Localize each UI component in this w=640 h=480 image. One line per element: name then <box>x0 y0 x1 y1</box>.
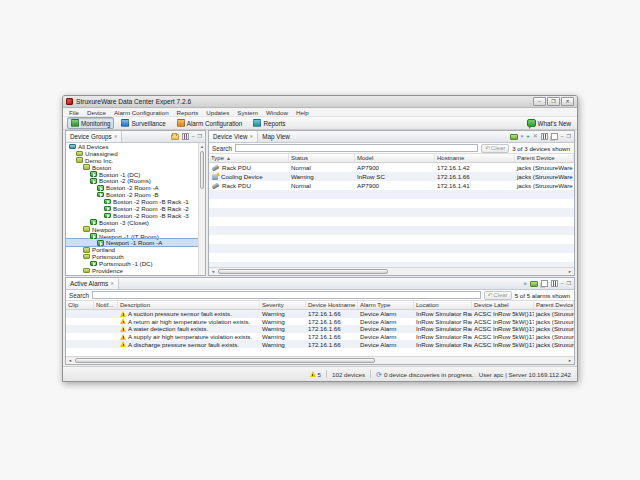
tree-vertical-scrollbar[interactable]: ▲ <box>198 143 205 275</box>
chart-icon[interactable] <box>541 133 548 140</box>
whats-new-button[interactable]: What's New <box>527 119 573 127</box>
column-hostname[interactable]: Hostname <box>435 154 515 162</box>
tree-item-north-andover[interactable]: North Andover <box>66 274 198 275</box>
title-bar[interactable]: StruxureWare Data Center Expert 7.2.6 – … <box>63 96 577 108</box>
maximize-panel-icon[interactable]: ❐ <box>198 133 202 140</box>
collapse-all-icon[interactable]: « <box>523 280 526 287</box>
device-search-row: Search ↶ Clear 3 of 3 devices shown <box>209 143 574 154</box>
tree-item-newport-1-it-room[interactable]: Newport -1 (IT Room) <box>66 233 198 240</box>
column-parent-device[interactable]: Parent Device <box>515 154 574 162</box>
menu-reports[interactable]: Reports <box>173 109 203 116</box>
export-copy-icon[interactable] <box>541 280 548 287</box>
menu-system[interactable]: System <box>233 109 262 116</box>
add-device-icon[interactable]: + <box>526 133 530 140</box>
tree-item-portsmouth-1-dc[interactable]: Portsmouth -1 (DC) <box>66 260 198 267</box>
column-description[interactable]: Description <box>118 301 260 309</box>
surveillance-button[interactable]: Surveillance <box>117 117 169 129</box>
column-device-label[interactable]: Device Label <box>472 301 534 309</box>
tab-map-view[interactable]: Map View <box>258 131 294 142</box>
column-parent-device[interactable]: Parent Device <box>534 301 574 309</box>
tree-item-newport-1-room-a[interactable]: Newport -1 Room -A <box>66 239 198 246</box>
tree-item-boston[interactable]: Boston <box>66 164 198 171</box>
tree-item-newport[interactable]: Newport <box>66 226 198 233</box>
tree-item-all-devices[interactable]: All Devices <box>66 143 198 150</box>
tree-item-unassigned[interactable]: Unassigned <box>66 150 198 157</box>
device-search-input[interactable] <box>235 144 478 152</box>
column-severity[interactable]: Severity <box>260 301 306 309</box>
column-device-hostname[interactable]: Device Hostname <box>306 301 358 309</box>
alarm-search-input[interactable] <box>92 291 481 299</box>
maximize-panel-icon[interactable]: ❐ <box>567 280 571 287</box>
column-location[interactable]: Location <box>414 301 472 309</box>
tree-item-boston-2-room-b-rack-3[interactable]: Boston -2 Room -B Rack -3 <box>66 212 198 219</box>
tab-device-groups[interactable]: Device Groups ✕ <box>66 131 122 142</box>
new-group-folder-icon[interactable] <box>171 134 179 140</box>
minimize-panel-icon[interactable]: – <box>192 133 195 140</box>
minimize-panel-icon[interactable]: – <box>561 280 564 287</box>
column-type[interactable]: Type▲ <box>209 154 289 162</box>
scrollbar-thumb[interactable] <box>75 358 375 363</box>
export-copy-icon[interactable] <box>551 133 558 140</box>
tree-item-boston-3-closet[interactable]: Boston -3 (Closet) <box>66 219 198 226</box>
tab-active-alarms[interactable]: Active Alarms ✕ <box>66 278 119 289</box>
menu-help[interactable]: Help <box>292 109 313 116</box>
scroll-left-icon[interactable]: ◄ <box>209 268 217 275</box>
delete-device-icon[interactable]: ✕ <box>533 133 538 140</box>
column-status[interactable]: Status <box>289 154 355 162</box>
alarm-configuration-button[interactable]: Alarm Configuration <box>173 117 247 129</box>
dropdown-icon[interactable]: ▾ <box>521 133 524 140</box>
chart-icon[interactable] <box>551 280 558 287</box>
minimize-button[interactable]: – <box>533 97 546 106</box>
tab-device-view[interactable]: Device View ✕ <box>209 131 258 142</box>
column-clip[interactable]: Clip <box>66 301 94 309</box>
column-alarm-type[interactable]: Alarm Type <box>358 301 414 309</box>
menu-updates[interactable]: Updates <box>202 109 233 116</box>
group-actions-icon[interactable] <box>510 134 518 140</box>
menu-file[interactable]: File <box>65 109 83 116</box>
scroll-right-icon[interactable]: ► <box>566 268 574 275</box>
column-model[interactable]: Model <box>355 154 435 162</box>
tree-item-providence[interactable]: Providence <box>66 267 198 274</box>
alarm-row[interactable]: A water detection fault exists. Warning … <box>66 325 574 333</box>
maximize-button[interactable]: ❐ <box>547 97 560 106</box>
scrollbar-thumb[interactable] <box>200 151 204 189</box>
menu-window[interactable]: Window <box>262 109 292 116</box>
tree-item-boston-2-room-b-rack-2[interactable]: Boston -2 Room -B Rack -2 <box>66 205 198 212</box>
tree-item-portland[interactable]: Portland <box>66 246 198 253</box>
device-table-hscrollbar[interactable]: ◄ ► <box>209 267 574 275</box>
menu-device[interactable]: Device <box>83 109 110 116</box>
device-row[interactable]: Cooling Device Warning InRow SC 172.16.1… <box>209 172 574 181</box>
alarm-row[interactable]: A supply air high temperature violation … <box>66 333 574 341</box>
chart-icon[interactable] <box>182 133 189 140</box>
reports-button[interactable]: Reports <box>249 117 289 129</box>
tree-item-boston-2-room-b[interactable]: Boston -2 Room -B <box>66 191 198 198</box>
alarm-row[interactable]: A suction pressure sensor fault exists. … <box>66 310 574 318</box>
maximize-panel-icon[interactable]: ❐ <box>567 133 571 140</box>
scroll-left-icon[interactable]: ◄ <box>66 357 74 364</box>
column-notif[interactable]: Notif... <box>94 301 118 309</box>
scrollbar-thumb[interactable] <box>218 269 388 274</box>
alarm-filter-icon[interactable] <box>530 281 538 287</box>
tree-item-boston-2-room-b-rack-1[interactable]: Boston -2 Room -B Rack -1 <box>66 198 198 205</box>
tree-item-boston-2-rooms[interactable]: Boston -2 (Rooms) <box>66 177 198 184</box>
menu-alarm-configuration[interactable]: Alarm Configuration <box>110 109 173 116</box>
alarm-row[interactable]: A discharge pressure sensor fault exists… <box>66 340 574 348</box>
scroll-up-icon[interactable]: ▲ <box>199 143 205 150</box>
clear-search-button[interactable]: ↶ Clear <box>481 144 509 153</box>
tab-close-icon[interactable]: ✕ <box>110 281 114 286</box>
tree-item-portsmouth[interactable]: Portsmouth <box>66 253 198 260</box>
scroll-right-icon[interactable]: ► <box>566 357 574 364</box>
clear-search-button[interactable]: ↶ Clear <box>484 291 512 300</box>
alarm-table-hscrollbar[interactable]: ◄ ► <box>66 356 574 364</box>
tree-item-demo-inc[interactable]: Demo Inc. <box>66 157 198 164</box>
alarm-row[interactable]: A return air high temperature violation … <box>66 318 574 326</box>
tree-item-boston-2-room-a[interactable]: Boston -2 Room -A <box>66 184 198 191</box>
tab-close-icon[interactable]: ✕ <box>114 134 118 139</box>
device-row[interactable]: Rack PDU Normal AP7900 172.16.1.42 jacks… <box>209 163 574 172</box>
close-button[interactable]: ✕ <box>561 97 574 106</box>
device-row[interactable]: Rack PDU Normal AP7900 172.16.1.41 jacks… <box>209 181 574 190</box>
monitoring-button[interactable]: Monitoring <box>67 117 114 129</box>
minimize-panel-icon[interactable]: – <box>561 133 564 140</box>
tab-close-icon[interactable]: ✕ <box>250 134 254 139</box>
tree-item-boston-1-dc[interactable]: Boston -1 (DC) <box>66 171 198 178</box>
